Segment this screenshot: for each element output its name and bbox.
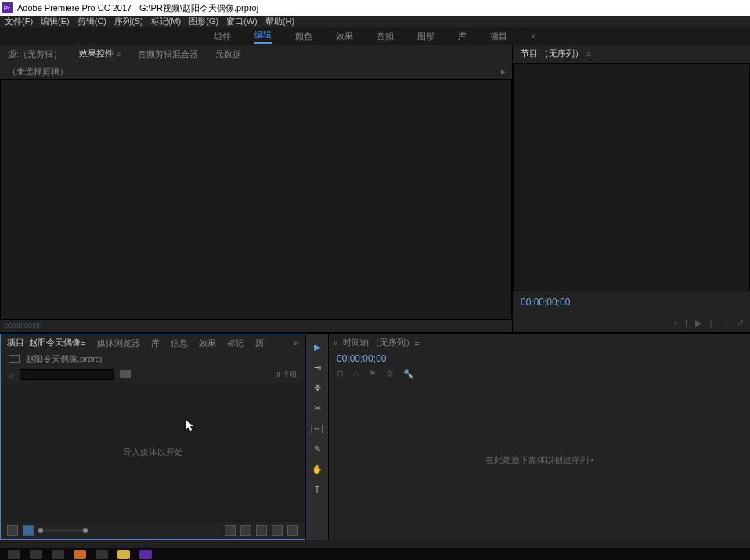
tab-markers[interactable]: 标记 [227,338,244,349]
taskbar-icon[interactable] [8,550,20,559]
menu-graphics[interactable]: 图形(G) [189,16,218,27]
menu-marker[interactable]: 标记(M) [151,16,182,27]
effect-controls-body[interactable] [0,79,512,320]
export-frame-button[interactable]: ↗ [737,318,744,328]
play-button[interactable]: ▶ [695,318,701,328]
tab-timeline[interactable]: 时间轴:（无序列）≡ [343,337,419,349]
marker-icon[interactable]: ⚑ [369,369,377,379]
tab-program[interactable]: 节目:（无序列）≡ [521,48,590,60]
menu-window[interactable]: 窗口(W) [226,16,258,27]
snap-icon[interactable]: ⊓ [337,369,344,379]
menu-bar: 文件(F) 编辑(E) 剪辑(C) 序列(S) 标记(M) 图形(G) 窗口(W… [0,16,750,27]
project-search-row: ⌕ 0 个项 [1,366,305,383]
workspace-editing[interactable]: 编辑 [254,29,272,44]
workspace-effects[interactable]: 效果 [336,31,353,42]
timeline-prev-icon[interactable]: « [334,338,338,347]
project-file-row: 赵阳令天偶像.prproj [1,352,305,366]
workspace-graphics[interactable]: 图形 [417,31,434,42]
list-view-button[interactable] [7,525,18,536]
item-count: 0 个项 [276,370,297,380]
project-footer [1,522,305,539]
tab-audio-mixer[interactable]: 音频剪辑混合器 [138,49,198,60]
project-tabs: 项目: 赵阳令天偶像≡ 媒体浏览器 库 信息 效果 标记 历 » [1,334,305,352]
taskbar-icon[interactable] [96,550,108,559]
mark-in-button[interactable]: ▪ [674,318,677,327]
timeline-track-controls: ⊓ ∩ ⚑ ⚙ 🔧 [329,367,750,381]
workspace-lib[interactable]: 库 [458,31,467,42]
timeline-panel: « 时间轴:（无序列）≡ 00;00;00;00 ⊓ ∩ ⚑ ⚙ 🔧 在此处放下… [329,334,750,540]
project-file-name: 赵阳令天偶像.prproj [26,353,102,365]
taskbar-icon[interactable] [74,550,86,559]
hand-tool[interactable]: ✋ [310,462,324,476]
tab-project[interactable]: 项目: 赵阳令天偶像≡ [7,337,86,349]
search-input[interactable] [20,369,114,380]
filter-bin-icon[interactable] [120,370,131,378]
tab-source[interactable]: 源:（无剪辑） [8,49,62,60]
timeline-placeholder: 在此处放下媒体以创建序列 • [485,454,594,466]
workspace-audio[interactable]: 音频 [377,31,394,42]
new-bin-button[interactable] [256,525,267,536]
workspace-project[interactable]: 项目 [490,31,507,42]
workspace-color[interactable]: 颜色 [295,31,312,42]
taskbar-icon[interactable] [139,550,152,559]
import-placeholder: 导入媒体以开始 [123,446,183,458]
program-tabs: 节目:（无序列）≡ [513,45,750,63]
auto-sequence-button[interactable] [225,525,236,536]
workspace-assembly[interactable]: 组件 [214,31,231,42]
program-monitor[interactable] [513,63,750,291]
step-forward-button[interactable]: } [709,318,712,327]
project-bin-body[interactable]: 导入媒体以开始 [1,383,305,522]
tab-media-browser[interactable]: 媒体浏览器 [97,338,140,349]
wrench-icon[interactable]: 🔧 [403,369,414,379]
program-timecode[interactable]: 00;00;00;00 [513,291,750,313]
icon-view-button[interactable] [23,525,34,536]
search-icon[interactable]: ⌕ [9,370,13,379]
find-button[interactable] [240,525,251,536]
menu-edit[interactable]: 编辑(E) [41,16,70,27]
os-taskbar [0,548,750,560]
delete-button[interactable] [287,525,298,536]
settings-icon[interactable]: ⚙ [386,369,394,379]
tab-history[interactable]: 历 [255,338,264,349]
tools-panel: ▶ ⇥ ✥ ✂ |↔| ✎ ✋ T [305,334,329,540]
zoom-slider[interactable] [38,529,85,532]
source-panel: 源:（无剪辑） 效果控件≡ 音频剪辑混合器 元数据 （未选择剪辑） ▸ 00;0… [0,45,513,332]
timeline-timecode[interactable]: 00;00;00;00 [329,351,750,367]
type-tool[interactable]: T [310,482,324,497]
source-tabs: 源:（无剪辑） 效果控件≡ 音频剪辑混合器 元数据 [0,45,512,63]
taskbar-icon[interactable] [30,550,42,559]
menu-help[interactable]: 帮助(H) [265,16,294,27]
app-icon: Pr [2,2,13,13]
title-bar: Pr Adobe Premiere Pro CC 2017 - G:\PR视频\… [0,0,750,16]
status-bar [0,540,750,548]
menu-sequence[interactable]: 序列(S) [114,16,143,27]
track-select-tool[interactable]: ⇥ [310,360,324,374]
timeline-body[interactable]: 在此处放下媒体以创建序列 • [329,381,750,540]
close-icon[interactable]: ≡ [414,338,419,347]
pen-tool[interactable]: ✎ [310,442,324,456]
tab-library[interactable]: 库 [151,338,160,349]
tab-effect-controls[interactable]: 效果控件≡ [79,48,121,60]
upper-panels: 源:（无剪辑） 效果控件≡ 音频剪辑混合器 元数据 （未选择剪辑） ▸ 00;0… [0,45,750,332]
link-icon[interactable]: ∩ [353,369,359,378]
panel-menu-icon[interactable]: ▸ [501,67,506,77]
close-icon[interactable]: ≡ [81,338,85,347]
tab-info[interactable]: 信息 [171,338,188,349]
step-back-button[interactable]: { [685,318,688,327]
project-tabs-more[interactable]: » [294,338,298,348]
slip-tool[interactable]: |↔| [310,421,324,435]
close-icon[interactable]: ≡ [117,50,121,58]
selection-tool[interactable]: ▶ [310,340,324,354]
ripple-edit-tool[interactable]: ✥ [310,381,324,395]
close-icon[interactable]: ≡ [586,50,590,58]
menu-clip[interactable]: 剪辑(C) [78,16,106,27]
mark-out-button[interactable]: → [720,318,729,327]
razor-tool[interactable]: ✂ [310,401,324,415]
tab-effects[interactable]: 效果 [199,338,216,349]
taskbar-icon[interactable] [117,550,130,559]
menu-file[interactable]: 文件(F) [5,16,33,27]
new-item-button[interactable] [272,525,283,536]
tab-metadata[interactable]: 元数据 [215,49,241,60]
workspace-more[interactable]: » [531,31,535,41]
taskbar-icon[interactable] [52,550,64,559]
